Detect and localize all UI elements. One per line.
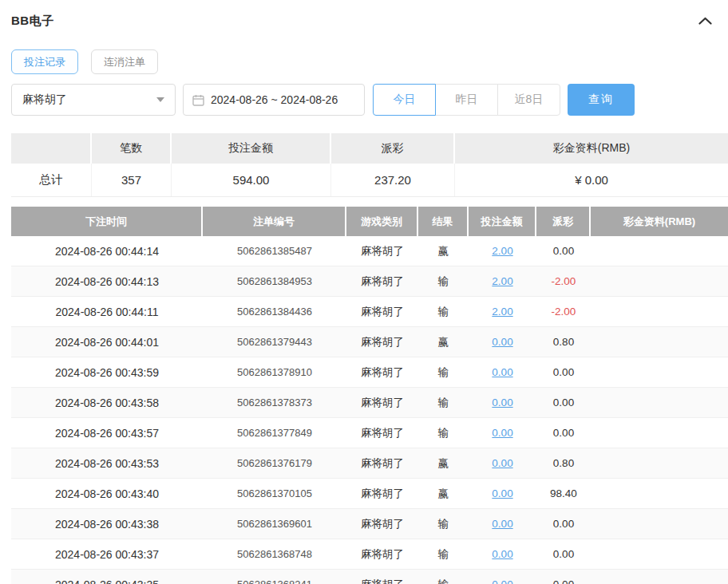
result-text: 输 xyxy=(418,539,469,569)
panel-header: BB电子 xyxy=(0,0,728,41)
summary-header-blank xyxy=(11,133,92,164)
payout-value: 0.00 xyxy=(536,236,591,266)
payout-value: 0.00 xyxy=(536,388,591,417)
bet-time: 2024-08-26 00:43:40 xyxy=(11,479,203,508)
payout-value: 0.00 xyxy=(536,418,591,448)
result-text: 输 xyxy=(418,509,469,539)
result-text: 赢 xyxy=(418,448,469,478)
payout-value: 0.00 xyxy=(536,357,591,387)
result-text: 输 xyxy=(418,266,469,296)
chevron-up-icon[interactable] xyxy=(695,14,715,28)
bet-amount-link[interactable]: 2.00 xyxy=(492,245,512,257)
tab-cancelled-orders[interactable]: 连消注单 xyxy=(91,49,158,74)
order-number: 5062861384953 xyxy=(203,266,346,296)
bet-records-panel: BB电子 投注记录 连消注单 麻将胡了 2024-08-26 ~ 20 xyxy=(0,0,728,584)
payout-value: 0.00 xyxy=(536,570,591,584)
order-number: 5062861385487 xyxy=(203,236,346,266)
result-text: 输 xyxy=(418,570,469,584)
bet-time: 2024-08-26 00:43:59 xyxy=(11,357,203,387)
result-text: 输 xyxy=(418,357,469,387)
bet-time: 2024-08-26 00:43:38 xyxy=(11,509,203,539)
order-number: 5062861368748 xyxy=(203,539,346,569)
order-number: 5062861369601 xyxy=(203,509,346,539)
summary-payout-value: 237.20 xyxy=(331,164,455,196)
bet-amount-cell: 0.00 xyxy=(469,357,536,387)
table-row: 2024-08-26 00:43:38 5062861369601 麻将胡了 输… xyxy=(11,509,728,539)
payout-value: 0.80 xyxy=(536,448,591,478)
bet-time: 2024-08-26 00:44:14 xyxy=(11,236,203,266)
table-row: 2024-08-26 00:44:14 5062861385487 麻将胡了 赢… xyxy=(11,236,728,266)
bet-amount-cell: 2.00 xyxy=(469,236,536,266)
page-title: BB电子 xyxy=(11,14,54,29)
date-range-input[interactable]: 2024-08-26 ~ 2024-08-26 xyxy=(183,84,365,116)
bonus-value xyxy=(591,236,728,266)
table-row: 2024-08-26 00:43:58 5062861378373 麻将胡了 输… xyxy=(11,388,728,418)
order-number: 5062861378910 xyxy=(203,357,346,387)
bonus-value xyxy=(591,539,728,569)
bet-amount-cell: 0.00 xyxy=(469,539,536,569)
quick-last8days-button[interactable]: 近8日 xyxy=(497,84,560,116)
game-type: 麻将胡了 xyxy=(346,479,418,508)
bet-amount-cell: 0.00 xyxy=(469,509,536,539)
bonus-value xyxy=(591,266,728,296)
order-number: 5062861384436 xyxy=(203,297,346,326)
bet-amount-link[interactable]: 0.00 xyxy=(492,578,512,584)
bet-amount-link[interactable]: 0.00 xyxy=(492,397,512,408)
payout-value: -2.00 xyxy=(536,266,591,296)
result-text: 输 xyxy=(418,388,469,417)
game-type: 麻将胡了 xyxy=(346,448,418,478)
calendar-icon xyxy=(192,94,204,106)
table-row: 2024-08-26 00:44:13 5062861384953 麻将胡了 输… xyxy=(11,266,728,297)
search-button[interactable]: 查询 xyxy=(568,84,635,116)
payout-value: -2.00 xyxy=(536,297,591,326)
bet-amount-link[interactable]: 0.00 xyxy=(492,336,512,348)
bet-amount-link[interactable]: 0.00 xyxy=(492,457,512,469)
game-type: 麻将胡了 xyxy=(346,236,418,266)
col-payout: 派彩 xyxy=(536,207,591,236)
bet-amount-link[interactable]: 0.00 xyxy=(492,548,512,560)
col-result: 结果 xyxy=(418,207,469,236)
bet-time: 2024-08-26 00:43:58 xyxy=(11,388,203,417)
bonus-value xyxy=(591,418,728,448)
order-number: 5062861368241 xyxy=(203,570,346,584)
tab-bet-records[interactable]: 投注记录 xyxy=(11,49,78,74)
summary-header-payout: 派彩 xyxy=(331,133,455,164)
bet-time: 2024-08-26 00:44:13 xyxy=(11,266,203,296)
bet-amount-link[interactable]: 2.00 xyxy=(492,306,512,318)
bet-time: 2024-08-26 00:44:01 xyxy=(11,327,203,357)
bet-time: 2024-08-26 00:43:37 xyxy=(11,539,203,569)
game-select[interactable]: 麻将胡了 xyxy=(11,84,176,116)
result-text: 输 xyxy=(418,418,469,448)
table-row: 2024-08-26 00:43:53 5062861376179 麻将胡了 赢… xyxy=(11,448,728,479)
quick-yesterday-button[interactable]: 昨日 xyxy=(435,84,498,116)
quick-today-button[interactable]: 今日 xyxy=(373,84,436,116)
game-type: 麻将胡了 xyxy=(346,357,418,387)
game-type: 麻将胡了 xyxy=(346,509,418,539)
bet-time: 2024-08-26 00:44:11 xyxy=(11,297,203,326)
table-row: 2024-08-26 00:43:35 5062861368241 麻将胡了 输… xyxy=(11,570,728,584)
summary-header-count: 笔数 xyxy=(92,133,172,164)
payout-value: 0.00 xyxy=(536,509,591,539)
bet-amount-link[interactable]: 0.00 xyxy=(492,487,512,499)
caret-down-icon xyxy=(156,97,164,102)
bet-amount-cell: 0.00 xyxy=(469,479,536,508)
game-type: 麻将胡了 xyxy=(346,327,418,357)
table-row: 2024-08-26 00:44:11 5062861384436 麻将胡了 输… xyxy=(11,297,728,327)
bet-amount-cell: 0.00 xyxy=(469,570,536,584)
bet-amount-cell: 0.00 xyxy=(469,418,536,448)
col-order-number: 注单编号 xyxy=(203,207,346,236)
bet-amount-link[interactable]: 0.00 xyxy=(492,366,512,378)
bet-amount-link[interactable]: 0.00 xyxy=(492,518,512,530)
col-bet-amount: 投注金额 xyxy=(469,207,536,236)
date-range-value: 2024-08-26 ~ 2024-08-26 xyxy=(211,93,338,106)
bonus-value xyxy=(591,327,728,357)
bet-amount-cell: 2.00 xyxy=(469,266,536,296)
payout-value: 0.00 xyxy=(536,539,591,569)
bet-amount-link[interactable]: 0.00 xyxy=(492,427,512,439)
summary-total-label: 总计 xyxy=(11,164,92,196)
bonus-value xyxy=(591,357,728,387)
col-game-type: 游戏类别 xyxy=(346,207,418,236)
bet-amount-link[interactable]: 2.00 xyxy=(492,275,512,287)
result-text: 赢 xyxy=(418,236,469,266)
table-header-row: 下注时间 注单编号 游戏类别 结果 投注金额 派彩 彩金资料(RMB) xyxy=(11,207,728,236)
